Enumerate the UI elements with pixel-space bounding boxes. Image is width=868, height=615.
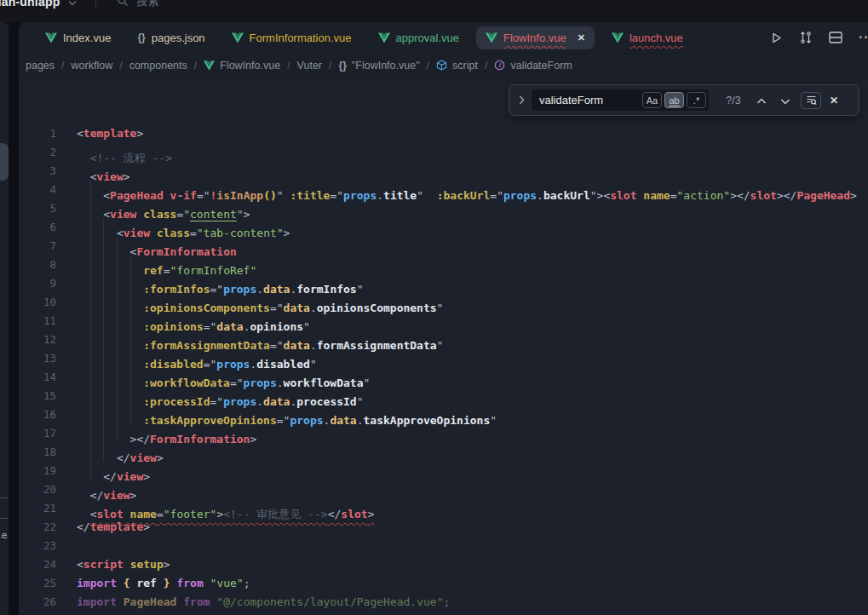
tab-launch-vue[interactable]: launch.vue — [602, 26, 693, 49]
whole-word-button[interactable]: ab — [664, 92, 684, 108]
indent-guide — [77, 349, 90, 368]
find-query[interactable]: validateForm — [539, 94, 640, 106]
line-content: <template> — [77, 124, 143, 143]
match-case-button[interactable]: Aa — [642, 92, 662, 108]
find-input[interactable]: validateForm Aa ab .* — [532, 89, 709, 111]
code-line-9: 9:formInfos="props.data.formInfos" — [19, 274, 868, 293]
tab-approval-vue[interactable]: approval.vue — [369, 26, 468, 49]
split-editor-icon[interactable] — [829, 32, 842, 43]
cube-icon — [436, 60, 447, 71]
breadcrumb-item-components[interactable]: components — [129, 60, 187, 72]
line-number[interactable]: 19 — [19, 462, 56, 480]
toggle-replace-icon[interactable] — [514, 95, 528, 105]
line-number[interactable]: 2 — [19, 143, 56, 162]
line-content: <slot name="footer"><!-- 审批意见 --></slot> — [77, 499, 374, 518]
chevron-down-icon[interactable] — [68, 0, 77, 9]
code-line-25: 25import { ref } from "vue"; — [19, 574, 868, 593]
breadcrumb-item-vuter[interactable]: Vuter — [297, 60, 322, 72]
close-find-icon[interactable]: ✕ — [830, 95, 838, 106]
line-number[interactable]: 25 — [19, 574, 56, 593]
close-tab-icon[interactable]: ✕ — [578, 32, 585, 43]
line-number[interactable]: 15 — [19, 387, 56, 405]
line-number[interactable]: 18 — [19, 443, 56, 462]
breadcrumb-separator: / — [61, 60, 64, 72]
breadcrumb-label: "FlowInfo.vue" — [352, 60, 420, 72]
line-number[interactable]: 11 — [19, 312, 56, 330]
line-number[interactable]: 6 — [19, 218, 56, 237]
line-number[interactable]: 16 — [19, 405, 56, 424]
sidebar-divider — [0, 518, 8, 519]
previous-match-icon[interactable] — [756, 93, 767, 108]
line-number[interactable]: 12 — [19, 330, 56, 349]
breadcrumb-label: script — [452, 60, 478, 72]
tab-flowinfo-vue[interactable]: FlowInfo.vue✕ — [476, 26, 595, 49]
vue-icon — [378, 32, 390, 43]
line-number[interactable]: 13 — [19, 349, 56, 368]
line-number[interactable]: 22 — [19, 518, 56, 537]
tab-forminformation-vue[interactable]: FormInformation.vue — [222, 26, 361, 49]
line-content: :workflowData="props.workflowData" — [77, 368, 370, 387]
breadcrumb-item-pages[interactable]: pages — [26, 60, 55, 72]
indent-guide — [90, 387, 104, 405]
next-match-icon[interactable] — [780, 93, 790, 108]
line-content: </template> — [77, 518, 150, 537]
indent-guide — [77, 274, 90, 293]
indent-guide — [77, 199, 90, 218]
project-name[interactable]: dan-uniapp — [0, 0, 60, 9]
line-number[interactable]: 14 — [19, 368, 56, 387]
editor-actions: ··· — [770, 22, 868, 53]
indent-guide — [90, 274, 104, 293]
line-content: :taskApproveOpinions="props.data.taskApp… — [77, 405, 497, 424]
line-number[interactable]: 26 — [19, 593, 56, 612]
compare-changes-icon[interactable] — [799, 31, 813, 44]
sidebar-item-highlight[interactable] — [0, 143, 9, 181]
indent-guide — [130, 368, 144, 387]
breadcrumb-item-workflow[interactable]: workflow — [72, 60, 113, 72]
line-number[interactable]: 24 — [19, 555, 56, 574]
line-number[interactable]: 10 — [19, 293, 56, 312]
breadcrumb-label: FlowInfo.vue — [220, 60, 280, 72]
indent-guide — [77, 181, 90, 199]
indent-guide — [90, 443, 104, 462]
line-content: <view class="tab-content"> — [77, 218, 290, 237]
line-number[interactable]: 20 — [19, 480, 56, 499]
line-number[interactable]: 7 — [19, 237, 56, 256]
breadcrumb-separator: / — [287, 60, 290, 72]
sidebar-text-fragment: e — [2, 530, 7, 540]
indent-guide — [77, 424, 90, 443]
breadcrumb-item-script[interactable]: script — [436, 60, 478, 72]
line-number[interactable]: 8 — [19, 256, 56, 274]
line-number[interactable]: 4 — [19, 181, 56, 199]
find-in-selection-button[interactable] — [801, 92, 821, 109]
breadcrumb-item-flowinfo-vue[interactable]: FlowInfo.vue — [204, 60, 280, 72]
indent-guide — [103, 424, 117, 443]
tab-label: pages.json — [152, 32, 205, 44]
code-line-7: 7<FormInformation — [19, 237, 868, 256]
line-number[interactable]: 21 — [19, 499, 56, 518]
breadcrumb-item-validateform[interactable]: fvalidateForm — [494, 60, 572, 72]
run-icon[interactable] — [770, 32, 783, 44]
line-content: import { ref } from "vue"; — [77, 574, 250, 593]
global-search[interactable]: 搜索 — [117, 0, 158, 9]
line-number[interactable]: 3 — [19, 162, 56, 181]
line-number[interactable]: 5 — [19, 199, 56, 218]
indent-guide — [77, 405, 90, 424]
indent-guide — [117, 237, 130, 256]
method-icon: f — [494, 60, 505, 71]
regex-button[interactable]: .* — [687, 92, 706, 108]
tab-index-vue[interactable]: Index.vue — [36, 26, 120, 49]
line-number[interactable]: 23 — [19, 537, 56, 555]
line-content: :opinionsComponents="data.opinionsCompon… — [77, 293, 443, 312]
line-number[interactable]: 17 — [19, 424, 56, 443]
tab-label: launch.vue — [629, 32, 683, 44]
tab-pages-json[interactable]: {}pages.json — [128, 26, 214, 49]
code-editor[interactable]: validateForm Aa ab .* ?/3 — [19, 77, 868, 615]
more-actions-icon[interactable]: ··· — [859, 30, 868, 45]
line-number[interactable]: 1 — [19, 124, 56, 143]
breadcrumb-separator: / — [485, 60, 487, 72]
line-number[interactable]: 9 — [19, 274, 56, 293]
code-line-16: 16:taskApproveOpinions="props.data.taskA… — [19, 405, 868, 424]
breadcrumb-item--flowinfo-vue-[interactable]: {}"FlowInfo.vue" — [339, 60, 420, 72]
line-content: <FormInformation — [77, 237, 237, 256]
indent-guide — [77, 143, 90, 162]
